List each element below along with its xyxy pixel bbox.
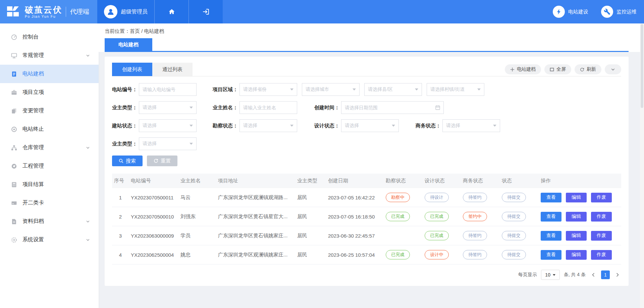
- view-button[interactable]: 查看: [541, 193, 561, 202]
- owner-type2-select[interactable]: 请选择: [139, 137, 197, 150]
- county-select[interactable]: 请选择县/区: [364, 83, 422, 96]
- caret-down-icon: [392, 125, 395, 127]
- home-icon: [168, 8, 176, 16]
- user-name: 超级管理员: [121, 8, 148, 15]
- edit-button[interactable]: 编辑: [566, 250, 587, 260]
- caret-down-icon: [190, 143, 193, 145]
- wrench-icon: [604, 8, 610, 15]
- status-badge: 待提交: [502, 212, 526, 221]
- scrollbar[interactable]: [640, 23, 644, 308]
- sidebar-item-settlement[interactable]: 项目结算: [0, 175, 99, 194]
- app-header: 破茧云伏 Po Jian Yun Fu 代理端 超级管理员 电站建设 监控运维: [0, 0, 644, 23]
- prev-page-button[interactable]: [590, 270, 597, 279]
- build-status-select[interactable]: 请选择: [139, 119, 197, 132]
- search-button[interactable]: 搜索: [112, 156, 143, 166]
- column-header: 业主类型: [295, 174, 326, 188]
- collapse-button[interactable]: [605, 64, 621, 74]
- create-time-range-input[interactable]: [341, 101, 444, 114]
- logout-button[interactable]: [189, 0, 223, 23]
- caret-down-icon: [477, 88, 481, 90]
- nav-station-build[interactable]: 电站建设: [553, 0, 588, 23]
- sidebar-item-second-card[interactable]: 开二类卡: [0, 194, 99, 212]
- village-select[interactable]: 请选择村镇/街道: [427, 83, 484, 96]
- business-status-badge: 签约中: [463, 212, 487, 221]
- business-status-badge: 待签约: [463, 250, 487, 259]
- create-date: 2023-06-25 10:57:04: [326, 245, 384, 264]
- per-page-select[interactable]: 10: [541, 270, 560, 280]
- breadcrumb-path: 首页 / 电站建档: [130, 28, 164, 34]
- station-no-input[interactable]: [139, 83, 197, 96]
- row-index: 3: [112, 226, 129, 245]
- fullscreen-button[interactable]: 全屏: [544, 64, 571, 74]
- station-code: YX2023070500011: [129, 188, 178, 207]
- user-menu[interactable]: 超级管理员: [97, 0, 154, 23]
- build-status-label: 建站状态：: [112, 123, 139, 129]
- void-button[interactable]: 作废: [591, 231, 612, 241]
- sidebar-item-project-initiation[interactable]: 项目立项: [0, 83, 99, 102]
- void-button[interactable]: 作废: [591, 212, 612, 222]
- logo-icon: [7, 6, 21, 18]
- row-actions: 查看编辑作废: [539, 226, 621, 245]
- province-select[interactable]: 请选择省份: [239, 83, 297, 96]
- sidebar-item-console[interactable]: 控制台: [0, 28, 99, 46]
- owner-type-select[interactable]: 请选择: [139, 101, 197, 114]
- sidebar-item-change-management[interactable]: 变更管理: [0, 102, 99, 120]
- sidebar-item-station-archive[interactable]: 电站建档: [0, 65, 99, 83]
- view-button[interactable]: 查看: [541, 231, 561, 241]
- sidebar-item-station-termination[interactable]: 电站终止: [0, 120, 99, 138]
- project-address: 广东深圳龙华区观澜镇观湖路...: [216, 188, 295, 207]
- void-button[interactable]: 作废: [591, 193, 612, 202]
- design-status-badge: 待设计: [425, 193, 449, 202]
- page-number-1[interactable]: 1: [601, 270, 610, 279]
- sidebar-item-engineering[interactable]: 工程管理: [0, 157, 99, 175]
- survey-status-badge: 已完成: [386, 250, 410, 259]
- business-status-select[interactable]: 请选择: [442, 119, 500, 132]
- sidebar-item-warehouse[interactable]: 仓库管理: [0, 138, 99, 157]
- owner-name: 马云: [178, 188, 216, 207]
- sidebar-item-label: 项目结算: [22, 181, 99, 188]
- reset-button[interactable]: 重置: [147, 156, 177, 166]
- next-page-button[interactable]: [614, 270, 621, 279]
- design-status-select[interactable]: 请选择: [341, 119, 399, 132]
- create-date: 2023-06-30 22:45:57: [326, 226, 384, 245]
- tab-create-list[interactable]: 创建列表: [112, 63, 152, 76]
- stop-circle-icon: [11, 126, 17, 133]
- monitor-icon: [11, 52, 17, 59]
- nav-monitor-ops[interactable]: 监控运维: [601, 0, 637, 23]
- view-button[interactable]: 查看: [541, 250, 561, 260]
- caret-down-icon: [190, 125, 193, 127]
- nav-station-build-label: 电站建设: [568, 9, 588, 15]
- page-tab-station-archive[interactable]: 电站建档: [105, 38, 152, 51]
- column-header: 业主姓名: [178, 174, 216, 188]
- survey-status-select[interactable]: 请选择: [239, 119, 297, 132]
- row-actions: 查看编辑作废: [539, 207, 621, 226]
- project-address: 广东深圳龙华区黄石镇姚家庄...: [216, 226, 295, 245]
- reset-icon: [154, 159, 158, 163]
- station-table: 序号电站编号业主姓名项目地址业主类型创建日期勘察状态设计状态商务状态状态操作 1…: [112, 174, 621, 264]
- sidebar-item-data-archive[interactable]: 资料归档: [0, 212, 99, 231]
- scrollbar-thumb[interactable]: [641, 24, 643, 108]
- briefcase-icon: [11, 89, 17, 96]
- edit-button[interactable]: 编辑: [566, 193, 587, 202]
- total-count-label: 条, 共 4 条: [564, 272, 586, 278]
- owner-type2-label: 业主类型：: [112, 141, 139, 147]
- view-button[interactable]: 查看: [541, 212, 561, 222]
- edit-button[interactable]: 编辑: [566, 231, 587, 241]
- pagination: 每页显示 10 条, 共 4 条 1: [112, 270, 621, 280]
- table-row: 2YX2023070500010刘强东广东深圳龙华区黄石镇星官大...居民202…: [112, 207, 621, 226]
- sidebar-item-general-management[interactable]: 常规管理: [0, 46, 99, 65]
- owner-type: 居民: [295, 207, 326, 226]
- void-button[interactable]: 作废: [591, 250, 612, 260]
- home-button[interactable]: [154, 0, 189, 23]
- owner-name-input[interactable]: [239, 101, 297, 114]
- city-select[interactable]: 请选择城市: [302, 83, 360, 96]
- tab-passed-list[interactable]: 通过列表: [152, 63, 193, 76]
- edit-button[interactable]: 编辑: [566, 212, 587, 222]
- sidebar-item-system-settings[interactable]: 系统设置: [0, 231, 99, 249]
- caret-down-icon: [290, 88, 293, 90]
- refresh-button[interactable]: 刷新: [575, 64, 601, 74]
- add-station-button[interactable]: 电站建档: [505, 64, 541, 74]
- status-badge: 待提交: [502, 250, 526, 259]
- table-row: 1YX2023070500011马云广东深圳龙华区观澜镇观湖路...居民2023…: [112, 188, 621, 207]
- row-actions: 查看编辑作废: [539, 188, 621, 207]
